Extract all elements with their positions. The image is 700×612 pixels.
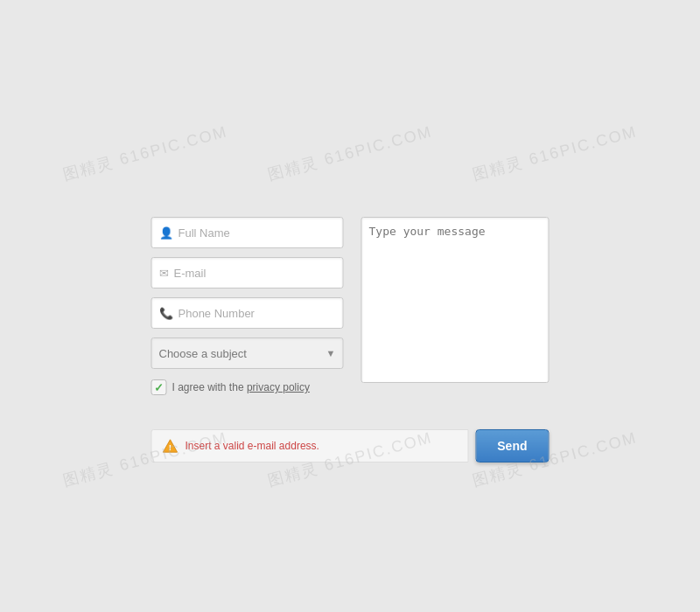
- agree-text: I agree with the: [172, 381, 247, 393]
- subject-select[interactable]: Choose a subject General Inquiry Support…: [159, 347, 336, 360]
- checkmark-icon: ✓: [154, 382, 164, 393]
- fullname-wrapper: 👤: [151, 217, 344, 248]
- user-icon: 👤: [159, 226, 173, 240]
- message-textarea[interactable]: [361, 217, 550, 383]
- phone-wrapper: 📞: [151, 297, 344, 329]
- privacy-link[interactable]: privacy policy: [247, 381, 310, 393]
- phone-icon: 📞: [159, 307, 173, 320]
- wm-2: 图精灵 616PIC.COM: [242, 91, 458, 215]
- email-icon: ✉: [159, 267, 169, 280]
- right-column: [361, 217, 550, 386]
- email-wrapper: ✉: [151, 257, 344, 289]
- error-box: ! Insert a valid e-mail address.: [151, 429, 469, 462]
- send-button[interactable]: Send: [475, 429, 549, 462]
- phone-input[interactable]: [178, 307, 336, 320]
- email-input[interactable]: [174, 267, 336, 280]
- left-column: 👤 ✉ 📞 Choose a subject General Inquiry S…: [151, 217, 344, 395]
- error-message: Insert a valid e-mail address.: [186, 440, 319, 452]
- fullname-input[interactable]: [178, 226, 336, 240]
- wm-1: 图精灵 616PIC.COM: [37, 91, 254, 215]
- subject-wrapper: Choose a subject General Inquiry Support…: [151, 337, 344, 369]
- contact-form: 👤 ✉ 📞 Choose a subject General Inquiry S…: [151, 217, 550, 395]
- agree-label: I agree with the privacy policy: [172, 381, 310, 393]
- warning-icon: !: [163, 438, 178, 454]
- svg-text:!: !: [169, 442, 172, 452]
- checkbox-custom[interactable]: ✓: [151, 379, 167, 395]
- privacy-checkbox-row: ✓ I agree with the privacy policy: [151, 379, 344, 395]
- wm-3: 图精灵 616PIC.COM: [446, 91, 663, 215]
- bottom-bar: ! Insert a valid e-mail address. Send: [151, 429, 550, 462]
